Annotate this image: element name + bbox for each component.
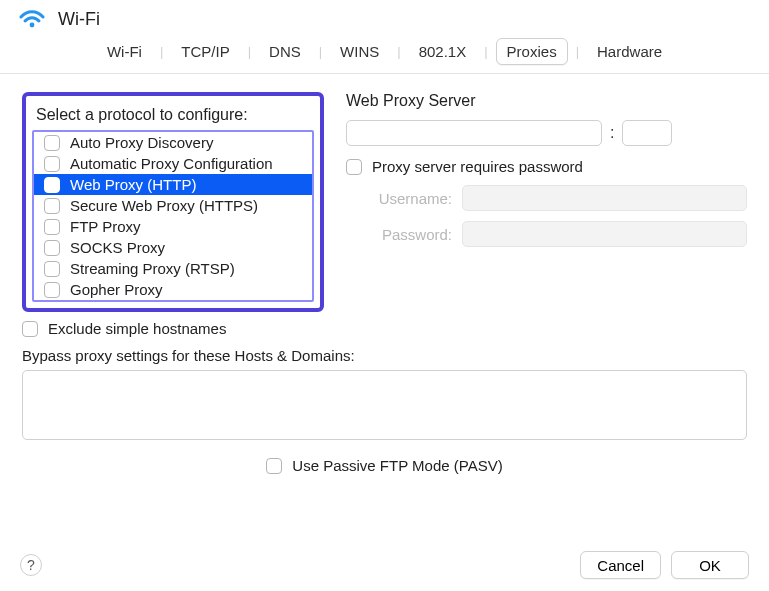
proxy-server-panel: Web Proxy Server : Proxy server requires… — [346, 92, 747, 312]
tab-hardware[interactable]: Hardware — [587, 39, 672, 64]
protocol-item-label: Automatic Proxy Configuration — [70, 155, 273, 172]
titlebar: Wi-Fi — [0, 0, 769, 36]
tab-divider: | — [317, 44, 324, 59]
server-heading: Web Proxy Server — [346, 92, 747, 110]
username-input — [462, 185, 747, 211]
checkbox-icon[interactable] — [44, 261, 60, 277]
tab-tcpip[interactable]: TCP/IP — [171, 39, 239, 64]
exclude-simple-label: Exclude simple hostnames — [48, 320, 226, 337]
auth-required-row[interactable]: Proxy server requires password — [346, 158, 747, 175]
protocol-item-web-proxy[interactable]: Web Proxy (HTTP) — [34, 174, 312, 195]
protocol-list[interactable]: Auto Proxy Discovery Automatic Proxy Con… — [32, 130, 314, 302]
tab-divider: | — [158, 44, 165, 59]
tab-divider: | — [246, 44, 253, 59]
checkbox-icon[interactable] — [44, 198, 60, 214]
protocol-item-label: Secure Web Proxy (HTTPS) — [70, 197, 258, 214]
help-icon: ? — [27, 557, 35, 573]
protocol-heading: Select a protocol to configure: — [36, 106, 310, 124]
ok-button[interactable]: OK — [671, 551, 749, 579]
help-button[interactable]: ? — [20, 554, 42, 576]
checkbox-icon[interactable] — [44, 219, 60, 235]
checkbox-icon[interactable] — [44, 135, 60, 151]
protocol-item-label: Gopher Proxy — [70, 281, 163, 298]
protocol-item-streaming-proxy[interactable]: Streaming Proxy (RTSP) — [34, 258, 312, 279]
checkbox-icon[interactable] — [44, 240, 60, 256]
tab-wifi[interactable]: Wi-Fi — [97, 39, 152, 64]
protocol-item-auto-discovery[interactable]: Auto Proxy Discovery — [34, 132, 312, 153]
tab-8021x[interactable]: 802.1X — [409, 39, 477, 64]
username-label: Username: — [360, 190, 452, 207]
proxy-port-input[interactable] — [622, 120, 672, 146]
protocol-item-label: FTP Proxy — [70, 218, 141, 235]
tab-wins[interactable]: WINS — [330, 39, 389, 64]
protocol-item-label: Streaming Proxy (RTSP) — [70, 260, 235, 277]
passive-ftp-label: Use Passive FTP Mode (PASV) — [292, 457, 502, 474]
tabstrip: Wi-Fi | TCP/IP | DNS | WINS | 802.1X | P… — [0, 36, 769, 74]
checkbox-icon[interactable] — [346, 159, 362, 175]
exclude-simple-row[interactable]: Exclude simple hostnames — [22, 320, 747, 337]
protocol-item-auto-config[interactable]: Automatic Proxy Configuration — [34, 153, 312, 174]
password-input — [462, 221, 747, 247]
svg-point-0 — [30, 23, 35, 28]
tab-divider: | — [574, 44, 581, 59]
tab-divider: | — [482, 44, 489, 59]
window-title: Wi-Fi — [58, 9, 100, 30]
cancel-button[interactable]: Cancel — [580, 551, 661, 579]
bypass-label: Bypass proxy settings for these Hosts & … — [22, 347, 747, 364]
auth-required-label: Proxy server requires password — [372, 158, 583, 175]
proxy-host-input[interactable] — [346, 120, 602, 146]
protocol-item-socks-proxy[interactable]: SOCKS Proxy — [34, 237, 312, 258]
protocol-item-label: Auto Proxy Discovery — [70, 134, 213, 151]
password-label: Password: — [360, 226, 452, 243]
protocol-item-label: Web Proxy (HTTP) — [70, 176, 196, 193]
checkbox-icon[interactable] — [44, 156, 60, 172]
tab-proxies[interactable]: Proxies — [496, 38, 568, 65]
checkbox-icon[interactable] — [44, 177, 60, 193]
protocol-item-gopher-proxy[interactable]: Gopher Proxy — [34, 279, 312, 300]
footer: ? Cancel OK — [0, 551, 769, 579]
host-port-separator: : — [610, 124, 614, 142]
bypass-textarea[interactable] — [22, 370, 747, 440]
checkbox-icon[interactable] — [266, 458, 282, 474]
tab-dns[interactable]: DNS — [259, 39, 311, 64]
tab-divider: | — [395, 44, 402, 59]
protocol-item-ftp-proxy[interactable]: FTP Proxy — [34, 216, 312, 237]
protocol-item-secure-web-proxy[interactable]: Secure Web Proxy (HTTPS) — [34, 195, 312, 216]
protocol-group: Select a protocol to configure: Auto Pro… — [22, 92, 324, 312]
protocol-item-label: SOCKS Proxy — [70, 239, 165, 256]
checkbox-icon[interactable] — [44, 282, 60, 298]
wifi-icon — [18, 8, 46, 30]
passive-ftp-row[interactable]: Use Passive FTP Mode (PASV) — [22, 457, 747, 474]
checkbox-icon[interactable] — [22, 321, 38, 337]
